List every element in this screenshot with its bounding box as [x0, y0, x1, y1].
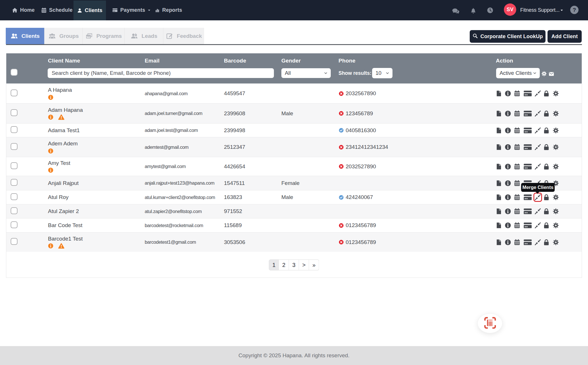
nav-item-clients[interactable]: Clients [74, 1, 106, 20]
calendar-icon[interactable] [514, 110, 520, 117]
envelope-icon[interactable] [548, 71, 555, 77]
payment-card-icon[interactable] [523, 207, 532, 216]
merge-clients-icon[interactable] [534, 110, 541, 117]
bell-icon[interactable] [470, 7, 477, 14]
row-checkbox[interactable] [11, 143, 18, 150]
nav-item-reports[interactable]: Reports [155, 0, 182, 20]
payment-card-icon[interactable] [523, 238, 532, 247]
info-icon[interactable] [505, 90, 511, 97]
document-icon[interactable] [496, 239, 502, 245]
barcode-scan-button[interactable] [477, 313, 502, 333]
document-icon[interactable] [496, 222, 502, 229]
info-icon[interactable] [505, 208, 511, 214]
payment-card-icon[interactable] [523, 89, 532, 98]
row-checkbox[interactable] [11, 89, 18, 96]
lock-icon[interactable] [543, 144, 550, 151]
nav-item-home[interactable]: Home [12, 0, 35, 20]
calendar-icon[interactable] [514, 90, 520, 97]
warning-icon[interactable] [58, 114, 65, 120]
help-icon[interactable]: ? [570, 6, 579, 14]
calendar-icon[interactable] [514, 222, 520, 229]
search-input[interactable] [48, 68, 274, 78]
calendar-icon[interactable] [514, 180, 520, 186]
payment-card-icon[interactable] [523, 221, 532, 230]
info-icon[interactable] [48, 114, 53, 120]
info-icon[interactable] [48, 243, 53, 249]
row-checkbox[interactable] [11, 179, 18, 186]
document-icon[interactable] [496, 194, 502, 200]
info-icon[interactable] [505, 222, 511, 229]
lock-icon[interactable] [543, 110, 550, 117]
nav-item-schedule[interactable]: Schedule [41, 0, 73, 20]
tab-feedback[interactable]: Feedback [163, 28, 204, 44]
calendar-icon[interactable] [514, 194, 520, 201]
merge-clients-icon[interactable] [534, 90, 541, 97]
settings-gear-icon[interactable] [552, 222, 559, 229]
corporate-client-lookup-button[interactable]: Corporate Client LookUp [470, 30, 546, 43]
lock-icon[interactable] [543, 90, 550, 97]
merge-clients-icon[interactable] [534, 222, 541, 229]
row-checkbox[interactable] [11, 193, 18, 200]
info-icon[interactable] [505, 110, 511, 117]
calendar-icon[interactable] [514, 163, 520, 170]
row-checkbox[interactable] [11, 162, 18, 169]
merge-clients-icon[interactable] [534, 194, 541, 201]
settings-gear-icon[interactable] [552, 163, 559, 170]
page-button-1[interactable]: 1 [269, 259, 279, 270]
info-icon[interactable] [505, 194, 511, 200]
settings-gear-icon[interactable] [552, 239, 559, 245]
merge-clients-icon[interactable] [534, 163, 541, 170]
merge-clients-icon[interactable] [534, 208, 541, 215]
settings-gear-icon[interactable] [552, 144, 559, 151]
user-menu[interactable]: Fitness Support... [520, 0, 560, 20]
row-checkbox[interactable] [11, 126, 18, 133]
client-status-filter-select[interactable]: Active Clients [496, 68, 540, 78]
lock-icon[interactable] [543, 222, 550, 229]
calendar-icon[interactable] [514, 239, 520, 245]
info-icon[interactable] [505, 127, 511, 134]
tab-groups[interactable]: Groups [44, 28, 82, 44]
comments-icon[interactable] [451, 7, 460, 15]
document-icon[interactable] [496, 163, 502, 170]
document-icon[interactable] [496, 208, 502, 214]
document-icon[interactable] [496, 144, 502, 150]
lock-icon[interactable] [543, 208, 550, 215]
row-checkbox[interactable] [11, 221, 18, 228]
merge-clients-icon[interactable] [534, 144, 541, 151]
tab-clients[interactable]: Clients [6, 28, 44, 44]
info-icon[interactable] [505, 163, 511, 170]
settings-gear-icon[interactable] [552, 110, 559, 117]
warning-icon[interactable] [58, 243, 65, 249]
info-icon[interactable] [505, 239, 511, 245]
row-checkbox[interactable] [11, 238, 18, 245]
page-button->[interactable]: > [299, 259, 309, 270]
payment-card-icon[interactable] [523, 143, 532, 151]
select-all-checkbox[interactable] [11, 69, 18, 76]
calendar-icon[interactable] [514, 208, 520, 215]
info-icon[interactable] [505, 144, 511, 150]
nav-item-payments[interactable]: Payments [112, 0, 151, 20]
clock-icon[interactable] [486, 7, 494, 14]
tab-leads[interactable]: Leads [124, 28, 163, 44]
settings-gear-icon[interactable] [552, 90, 559, 97]
settings-gear-icon[interactable] [552, 208, 559, 215]
calendar-icon[interactable] [514, 144, 520, 151]
payment-card-icon[interactable] [523, 126, 532, 135]
document-icon[interactable] [496, 90, 502, 97]
document-icon[interactable] [496, 180, 502, 186]
lock-icon[interactable] [543, 194, 550, 201]
info-icon[interactable] [48, 148, 53, 154]
row-checkbox[interactable] [11, 109, 18, 116]
page-button-3[interactable]: 3 [289, 259, 299, 270]
info-icon[interactable] [48, 95, 53, 100]
tab-programs[interactable]: Programs [82, 28, 124, 44]
merge-clients-icon[interactable] [534, 127, 541, 134]
info-icon[interactable] [48, 167, 53, 173]
info-icon[interactable] [505, 180, 511, 186]
payment-card-icon[interactable] [523, 193, 532, 202]
settings-gear-icon[interactable] [552, 127, 559, 134]
lock-icon[interactable] [543, 127, 550, 134]
avatar[interactable]: SV [504, 3, 516, 16]
payment-card-icon[interactable] [523, 162, 532, 171]
gender-filter-select[interactable]: All [281, 68, 331, 78]
